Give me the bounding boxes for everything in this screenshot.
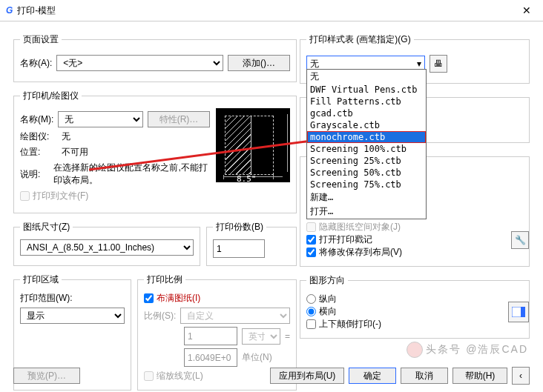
avatar-icon: [407, 342, 423, 358]
print-area-legend: 打印区域: [20, 273, 62, 286]
help-button[interactable]: 帮助(H): [452, 368, 507, 384]
save-layout-checkbox[interactable]: [306, 248, 316, 257]
stamp-settings-button[interactable]: 🔧: [511, 231, 529, 249]
upsidedown-label: 上下颠倒打印(-): [319, 318, 381, 330]
save-layout-label: 将修改保存到布局(V): [319, 246, 402, 259]
ok-button[interactable]: 确定: [349, 368, 396, 384]
plot-style-legend: 打印样式表 (画笔指定)(G): [306, 33, 414, 46]
upsidedown-checkbox[interactable]: [306, 319, 316, 329]
plot-style-current: 无: [310, 58, 319, 70]
orientation-icon: [508, 302, 529, 322]
copies-input[interactable]: [213, 239, 265, 258]
plot-style-dropdown[interactable]: 无DWF Virtual Pens.ctbFill Patterns.ctbgc…: [306, 69, 427, 219]
plot-style-option[interactable]: Screening 75%.ctb: [307, 179, 426, 190]
chevron-down-icon: ▾: [417, 59, 421, 69]
landscape-radio[interactable]: [306, 307, 316, 316]
desc-value: 在选择新的绘图仪配置名称之前,不能打印该布局。: [53, 162, 210, 187]
page-name-select[interactable]: <无>: [56, 55, 223, 71]
scale-num-input: [184, 327, 237, 345]
plot-style-option[interactable]: Screening 100%.ctb: [307, 143, 426, 155]
dialog-footer: 预览(P)… 应用到布局(U) 确定 取消 帮助(H) ‹: [0, 359, 543, 392]
copies-legend: 打印份数(B): [213, 221, 266, 233]
hide-ps-label: 隐藏图纸空间对象(J): [319, 221, 401, 233]
plot-style-option[interactable]: monochrome.ctb: [307, 131, 426, 143]
paper-size-select[interactable]: ANSI_A_(8.50_x_11.00_Inches): [20, 239, 194, 256]
cancel-button[interactable]: 取消: [401, 368, 448, 384]
page-name-label: 名称(A):: [20, 57, 52, 70]
copies-group: 打印份数(B): [206, 221, 297, 266]
preview-height: 11.0": [288, 117, 297, 142]
print-range-select[interactable]: 显示: [20, 308, 125, 324]
plot-style-option[interactable]: DWF Virtual Pens.ctb: [307, 84, 426, 96]
plot-style-edit-button[interactable]: 🖶: [430, 55, 447, 73]
portrait-label: 纵向: [319, 293, 337, 305]
title-bar: G 打印-模型 ✕: [0, 0, 543, 21]
printer-props-button: 特性(R)…: [148, 111, 210, 127]
page-setup-group: 页面设置 名称(A): <无> 添加()…: [13, 33, 297, 82]
printer-name-label: 名称(M):: [20, 113, 53, 126]
where-label: 位置:: [20, 146, 57, 159]
scale-ratio-label: 比例(S):: [144, 310, 176, 322]
landscape-label: 横向: [319, 305, 337, 318]
printer-group: 打印机/绘图仪 名称(M): 无 特性(R)… 绘图仪: 无: [13, 90, 297, 213]
expand-button[interactable]: ‹: [512, 367, 530, 385]
printer-name-select[interactable]: 无: [58, 111, 143, 127]
scale-ratio-select: 自定义: [180, 308, 290, 324]
close-button[interactable]: ✕: [516, 4, 537, 16]
paper-preview: 11.0" 8.5": [216, 108, 290, 182]
svg-rect-1: [521, 307, 525, 317]
where-value: 不可用: [62, 146, 88, 159]
plot-style-option[interactable]: Screening 25%.ctb: [307, 155, 426, 167]
orientation-group: 图形方向 纵向 横向 上下颠倒打印(-): [300, 274, 530, 339]
paper-size-legend: 图纸尺寸(Z): [20, 221, 73, 233]
printer-legend: 打印机/绘图仪: [20, 90, 82, 102]
chevron-left-icon: ‹: [519, 371, 522, 381]
plot-style-option[interactable]: Screening 50%.ctb: [307, 167, 426, 179]
plot-style-option[interactable]: Grayscale.ctb: [307, 119, 426, 131]
plot-style-option[interactable]: 打开…: [307, 205, 426, 219]
plot-style-option[interactable]: 无: [307, 70, 426, 84]
plotter-value: 无: [62, 130, 70, 143]
fit-to-paper-label: 布满图纸(I): [157, 292, 200, 305]
watermark: 头条号 @浩辰CAD: [407, 342, 528, 358]
print-to-file-label: 打印到文件(F): [33, 190, 88, 202]
print-to-file-checkbox: [20, 191, 30, 201]
print-range-label: 打印范围(W):: [20, 292, 125, 305]
page-add-button[interactable]: 添加()…: [228, 55, 290, 71]
portrait-radio[interactable]: [306, 294, 316, 304]
hide-ps-checkbox: [306, 222, 316, 232]
preview-width: 8.5": [237, 174, 257, 184]
paper-size-group: 图纸尺寸(Z) ANSI_A_(8.50_x_11.00_Inches): [13, 221, 200, 266]
fit-to-paper-checkbox[interactable]: [144, 293, 154, 303]
plot-style-group: 打印样式表 (画笔指定)(G) 无 ▾ 🖶 无DWF Virtual Pens.…: [300, 33, 530, 84]
orientation-legend: 图形方向: [306, 274, 348, 287]
desc-label: 说明:: [20, 168, 49, 181]
page-icon: [512, 307, 525, 317]
plot-style-option[interactable]: 新建…: [307, 190, 426, 205]
preview-button: 预览(P)…: [13, 368, 80, 384]
plotter-label: 绘图仪:: [20, 130, 57, 143]
plot-style-option[interactable]: gcad.ctb: [307, 107, 426, 119]
scale-num-unit: 英寸: [242, 328, 280, 345]
app-logo: G: [6, 5, 13, 16]
page-setup-legend: 页面设置: [20, 33, 62, 46]
stamp-label: 打开打印戳记: [319, 233, 372, 246]
apply-layout-button[interactable]: 应用到布局(U): [270, 368, 344, 384]
stamp-checkbox[interactable]: [306, 235, 316, 245]
scale-legend: 打印比例: [144, 273, 185, 286]
window-title: 打印-模型: [17, 4, 516, 17]
plot-style-option[interactable]: Fill Patterns.ctb: [307, 96, 426, 107]
